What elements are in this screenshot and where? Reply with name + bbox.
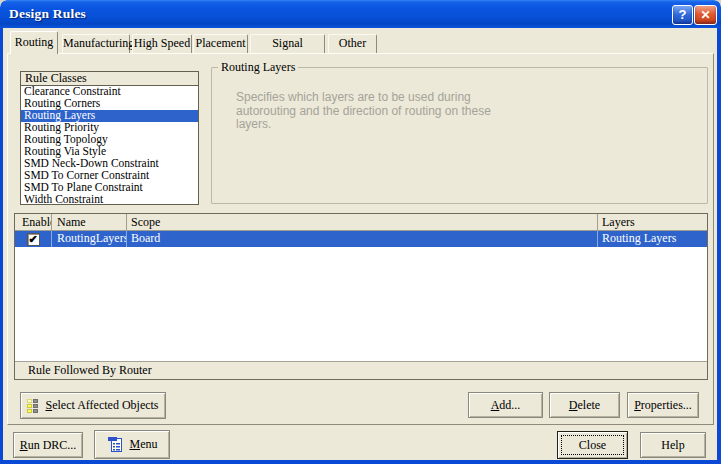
- rule-classes-header: Rule Classes: [21, 72, 198, 86]
- tab-manufacturing[interactable]: Manufacturing: [62, 34, 130, 53]
- tab-signal-integrity[interactable]: Signal Integrity: [250, 34, 325, 53]
- table-row-routinglayers[interactable]: ✔ RoutingLayers Board Routing Layers: [15, 231, 707, 247]
- enabled-checkbox[interactable]: ✔: [27, 233, 40, 246]
- cell-name: RoutingLayers: [52, 231, 127, 247]
- select-affected-objects-label: Select Affected Objects: [45, 398, 158, 413]
- close-button[interactable]: Close: [557, 431, 628, 459]
- column-header-name: Name: [52, 214, 127, 230]
- column-header-enabled: Enabled: [15, 214, 52, 230]
- tab-high-speed[interactable]: High Speed: [132, 34, 192, 53]
- cell-scope: Board: [127, 231, 598, 247]
- menu-label: Menu: [130, 437, 158, 452]
- window-border-left: [0, 28, 3, 464]
- help-button[interactable]: Help: [640, 432, 706, 458]
- titlebar-close-button[interactable]: ✕: [694, 5, 717, 25]
- properties-label: Properties...: [634, 398, 692, 413]
- select-affected-objects-button[interactable]: Select Affected Objects: [20, 392, 166, 419]
- window-border-right: [717, 28, 721, 464]
- add-label: Add...: [491, 398, 521, 413]
- titlebar: Design Rules ? ✕: [0, 0, 721, 28]
- delete-button[interactable]: Delete: [549, 392, 620, 418]
- window-border-bottom: [0, 460, 721, 464]
- rule-class-width-constraint[interactable]: Width Constraint: [21, 194, 198, 206]
- titlebar-help-button[interactable]: ?: [672, 5, 693, 25]
- rule-description-groupbox: Routing Layers Specifies which layers ar…: [211, 67, 708, 204]
- table-footer-status: Rule Followed By Router: [15, 361, 707, 379]
- select-objects-icon: [27, 399, 40, 413]
- run-drc-label: Run DRC...: [20, 438, 77, 453]
- rule-description-text: Specifies which layers are to be used du…: [236, 91, 504, 132]
- help-label: Help: [661, 438, 684, 453]
- question-icon: ?: [679, 7, 687, 22]
- menu-button[interactable]: Menu: [94, 430, 170, 459]
- add-button[interactable]: Add...: [468, 392, 543, 418]
- cell-enabled: ✔: [15, 231, 52, 247]
- checkmark-icon: ✔: [28, 233, 37, 245]
- rules-table: Enabled Name Scope Layers ✔ RoutingLayer…: [14, 213, 708, 380]
- column-header-layers: Layers: [598, 214, 707, 230]
- tab-other[interactable]: Other: [328, 34, 377, 53]
- rule-classes-listbox: Rule Classes Clearance Constraint Routin…: [20, 71, 199, 205]
- column-header-scope: Scope: [127, 214, 598, 230]
- tab-placement[interactable]: Placement: [193, 34, 248, 53]
- table-header-row: Enabled Name Scope Layers: [15, 214, 707, 231]
- tab-routing[interactable]: Routing: [10, 31, 58, 54]
- close-icon: ✕: [700, 8, 710, 22]
- close-label: Close: [579, 438, 606, 453]
- window-title: Design Rules: [9, 6, 86, 22]
- groupbox-legend: Routing Layers: [218, 60, 298, 75]
- delete-label: Delete: [569, 398, 600, 413]
- design-rules-dialog: Design Rules ? ✕ Routing Manufacturing H…: [0, 0, 721, 464]
- cell-layers: Routing Layers: [598, 231, 707, 247]
- run-drc-button[interactable]: Run DRC...: [13, 432, 83, 458]
- routing-tab-page: Rule Classes Clearance Constraint Routin…: [7, 53, 714, 425]
- properties-button[interactable]: Properties...: [627, 392, 699, 418]
- menu-icon: [107, 436, 123, 453]
